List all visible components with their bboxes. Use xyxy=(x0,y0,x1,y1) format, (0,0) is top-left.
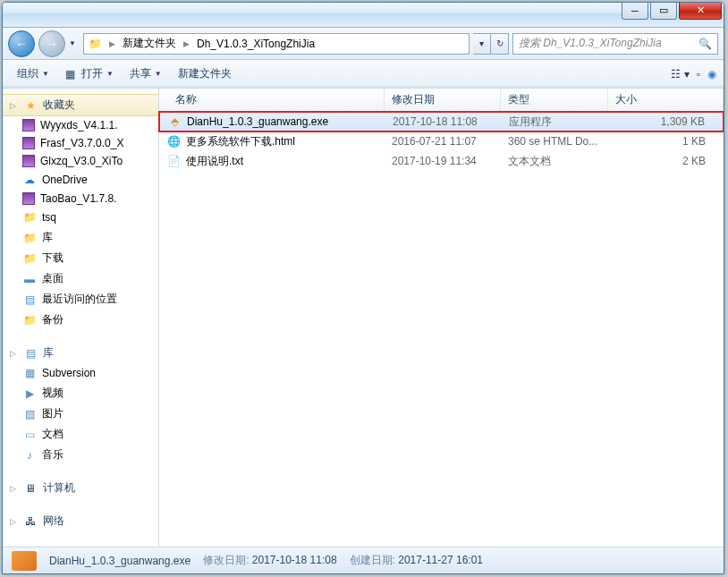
breadcrumb-seg[interactable]: Dh_V1.0.3_XiTongZhiJia xyxy=(197,38,315,50)
file-row[interactable]: 🌐更多系统软件下载.html2016-07-21 11:07360 se HTM… xyxy=(159,132,724,151)
history-dropdown[interactable]: ▼ xyxy=(69,39,80,47)
organize-button[interactable]: 组织▼ xyxy=(10,63,56,85)
tree-item-label: Glxzq_V3.0_XiTo xyxy=(40,155,123,167)
tree-item-label: tsq xyxy=(42,211,56,224)
column-headers[interactable]: 名称 修改日期 类型 大小 xyxy=(159,89,724,112)
tree-item[interactable]: 📁tsq xyxy=(3,208,158,227)
tree-item[interactable]: Glxzq_V3.0_XiTo xyxy=(3,152,158,170)
file-size: 1 KB xyxy=(608,135,724,148)
view-options-button[interactable]: ☷ ▾ xyxy=(671,68,689,81)
minimize-button[interactable]: ─ xyxy=(622,2,648,20)
file-type: 360 se HTML Do... xyxy=(501,135,608,148)
archive-icon xyxy=(22,155,35,167)
folder-icon: 📁 xyxy=(22,210,37,225)
file-name: 使用说明.txt xyxy=(186,154,243,169)
network-header[interactable]: ▷🖧网络 xyxy=(3,511,158,531)
preview-pane-button[interactable]: ▫ xyxy=(697,68,700,81)
tree-item-label: 最近访问的位置 xyxy=(42,292,117,307)
close-button[interactable]: ✕ xyxy=(679,2,722,20)
status-filename: DianHu_1.0.3_guanwang.exe xyxy=(49,555,190,567)
file-icon: 📄 xyxy=(166,154,181,168)
onedrive-icon: ☁ xyxy=(22,173,37,187)
refresh-button[interactable]: ↻ xyxy=(491,33,509,55)
search-placeholder: 搜索 Dh_V1.0.3_XiTongZhiJia xyxy=(519,36,662,51)
file-size: 1,309 KB xyxy=(609,115,723,128)
new-folder-button[interactable]: 新建文件夹 xyxy=(171,63,239,85)
address-dropdown[interactable]: ▾ xyxy=(473,33,491,55)
network-icon: 🖧 xyxy=(23,514,38,529)
tree-item[interactable]: ▶视频 xyxy=(3,383,158,403)
star-icon: ★ xyxy=(23,98,38,113)
archive-icon xyxy=(22,137,35,149)
folder-icon: 📁 xyxy=(22,231,37,245)
file-list[interactable]: ⬘DianHu_1.0.3_guanwang.exe2017-10-18 11:… xyxy=(159,112,724,547)
file-type-icon xyxy=(12,551,37,571)
status-create-label: 创建日期: xyxy=(350,554,395,566)
maximize-button[interactable]: ▭ xyxy=(650,2,677,20)
status-mod-value: 2017-10-18 11:08 xyxy=(252,554,337,566)
tree-item-label: Wyyxds_V4.1.1. xyxy=(40,119,118,132)
col-name[interactable]: 名称 xyxy=(159,89,385,111)
tree-item[interactable]: Frasf_V3.7.0.0_X xyxy=(3,134,158,152)
explorer-window: ─ ▭ ✕ ← → ▼ 📁 ▶ 新建文件夹 ▶ Dh_V1.0.3_XiTong… xyxy=(2,2,724,574)
file-row[interactable]: 📄使用说明.txt2017-10-19 11:34文本文档2 KB xyxy=(159,151,724,171)
navigation-bar: ← → ▼ 📁 ▶ 新建文件夹 ▶ Dh_V1.0.3_XiTongZhiJia… xyxy=(3,28,724,60)
desktop-icon: ▬ xyxy=(22,272,37,286)
file-type: 应用程序 xyxy=(502,115,609,130)
computer-icon: 🖥 xyxy=(23,481,38,496)
breadcrumb-sep-icon: ▶ xyxy=(183,39,190,48)
tree-item[interactable]: Wyyxds_V4.1.1. xyxy=(3,116,158,134)
open-button[interactable]: ▦打开▼ xyxy=(58,63,121,85)
tree-item[interactable]: ▭文档 xyxy=(3,424,158,445)
back-button[interactable]: ← xyxy=(8,30,35,57)
open-icon: ▦ xyxy=(65,68,78,81)
tree-item[interactable]: 📁库 xyxy=(3,227,158,248)
tree-item-label: 音乐 xyxy=(42,447,63,462)
tree-item-label: 文档 xyxy=(42,427,63,442)
tree-item[interactable]: TaoBao_V1.7.8. xyxy=(3,190,158,208)
tree-item-label: TaoBao_V1.7.8. xyxy=(40,192,116,205)
tree-item[interactable]: ▤最近访问的位置 xyxy=(3,289,158,310)
search-input[interactable]: 搜索 Dh_V1.0.3_XiTongZhiJia 🔍 xyxy=(512,33,718,55)
forward-button[interactable]: → xyxy=(38,30,65,57)
folder-icon: 📁 xyxy=(22,313,37,327)
tree-item[interactable]: ▬桌面 xyxy=(3,268,158,289)
share-button[interactable]: 共享▼ xyxy=(123,63,169,85)
status-create-value: 2017-11-27 16:01 xyxy=(398,554,483,566)
libraries-header[interactable]: ▷▤库 xyxy=(3,343,158,363)
tree-item[interactable]: 📁下载 xyxy=(3,248,158,268)
breadcrumb-seg[interactable]: 新建文件夹 xyxy=(123,36,176,51)
file-date: 2017-10-19 11:34 xyxy=(385,155,501,167)
recent-icon: ▤ xyxy=(22,293,37,307)
navigation-pane[interactable]: ▷★收藏夹 Wyyxds_V4.1.1.Frasf_V3.7.0.0_XGlxz… xyxy=(3,89,159,547)
tree-item[interactable]: ▧图片 xyxy=(3,403,158,424)
library-item-icon: ♪ xyxy=(22,448,37,462)
titlebar[interactable]: ─ ▭ ✕ xyxy=(3,3,724,28)
folder-icon: 📁 xyxy=(88,37,102,51)
tree-item[interactable]: ♪音乐 xyxy=(3,445,158,465)
address-bar[interactable]: 📁 ▶ 新建文件夹 ▶ Dh_V1.0.3_XiTongZhiJia xyxy=(83,33,470,55)
help-button[interactable]: ◉ xyxy=(707,68,716,81)
archive-icon xyxy=(22,192,35,205)
tree-item[interactable]: ▦Subversion xyxy=(3,363,158,383)
archive-icon xyxy=(22,119,35,132)
folder-icon: 📁 xyxy=(22,251,37,266)
col-date[interactable]: 修改日期 xyxy=(385,89,501,111)
library-item-icon: ▦ xyxy=(22,366,37,380)
library-item-icon: ▭ xyxy=(22,428,37,442)
tree-item[interactable]: ☁OneDrive xyxy=(3,170,158,190)
computer-header[interactable]: ▷🖥计算机 xyxy=(3,478,158,498)
library-item-icon: ▶ xyxy=(22,386,37,401)
tree-item-label: 视频 xyxy=(42,386,63,401)
col-size[interactable]: 大小 xyxy=(608,89,724,111)
tree-item[interactable]: 📁备份 xyxy=(3,310,158,330)
col-type[interactable]: 类型 xyxy=(501,89,608,111)
toolbar: 组织▼ ▦打开▼ 共享▼ 新建文件夹 ☷ ▾ ▫ ◉ xyxy=(3,60,724,89)
file-type: 文本文档 xyxy=(501,154,608,169)
tree-item-label: 桌面 xyxy=(42,271,63,286)
tree-item-label: OneDrive xyxy=(42,174,88,186)
file-date: 2016-07-21 11:07 xyxy=(385,135,501,148)
favorites-header[interactable]: ▷★收藏夹 xyxy=(3,94,158,116)
file-name: DianHu_1.0.3_guanwang.exe xyxy=(187,115,328,128)
file-row[interactable]: ⬘DianHu_1.0.3_guanwang.exe2017-10-18 11:… xyxy=(159,112,724,132)
